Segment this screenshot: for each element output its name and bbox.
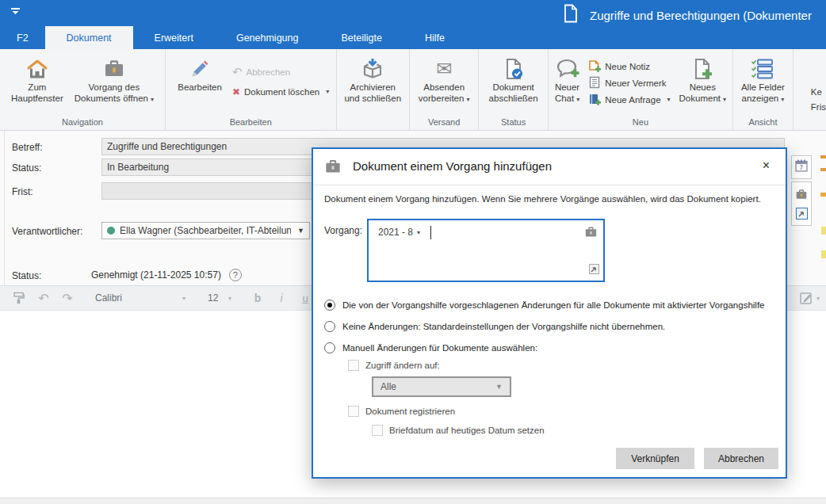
- tab-erweitert[interactable]: Erweitert: [133, 26, 215, 49]
- dropdown-caret-icon: ▾: [151, 96, 154, 103]
- presence-dot-icon: [107, 227, 115, 235]
- redo-button[interactable]: ↷: [55, 291, 79, 306]
- italic-button[interactable]: i: [270, 292, 293, 304]
- tab-f2[interactable]: F2: [0, 26, 45, 49]
- dropdown-caret-icon: ▾: [326, 88, 329, 95]
- font-family-select[interactable]: Calibri▾: [89, 292, 192, 304]
- briefcase-small-icon[interactable]: [795, 189, 808, 204]
- checkbox-icon: [348, 360, 359, 371]
- zum-hauptfenster-button[interactable]: Zum Hauptfenster: [6, 55, 69, 105]
- chat-plus-icon: [556, 56, 579, 82]
- cut-label-frist: Fris: [811, 100, 826, 115]
- undo-button[interactable]: ↶: [32, 291, 55, 306]
- checkbox-briefdatum[interactable]: Briefdatum auf heutiges Datum setzen: [372, 425, 545, 436]
- dokument-abschliessen-button[interactable]: Dokument abschließen: [484, 55, 544, 105]
- group-label-bearbeiten: Bearbeiten: [166, 117, 336, 127]
- archive-box-icon: [361, 56, 384, 82]
- quick-access-menu-icon[interactable]: [10, 6, 23, 15]
- edit-mode-dropdown-button[interactable]: ▾: [799, 291, 820, 305]
- neuer-chat-button[interactable]: Neuer Chat▾: [549, 55, 585, 107]
- neuer-vermerk-button[interactable]: Neuer Vermerk: [588, 74, 670, 91]
- ribbon-group-bearbeiten: Bearbeiten ↶ Abbrechen ✖ Dokument lösche…: [166, 49, 337, 130]
- dokument-loeschen-button[interactable]: ✖ Dokument löschen ▾: [232, 83, 329, 100]
- delete-x-icon: ✖: [232, 86, 240, 97]
- neue-anfrage-button[interactable]: Neue Anfrage ▾: [588, 91, 670, 108]
- group-label-neu: Neu: [549, 117, 732, 127]
- window-title: Zugriffe und Berechtigungen (Dokumenter: [590, 9, 812, 22]
- book-plus-icon: [588, 93, 601, 107]
- ribbon: Zum Hauptfenster Vorgang des Dokuments ö…: [0, 49, 826, 131]
- dropdown-caret-icon: ▾: [466, 96, 469, 103]
- ribbon-group-navigation: Zum Hauptfenster Vorgang des Dokuments ö…: [0, 49, 166, 130]
- svg-text:7: 7: [800, 164, 804, 171]
- format-painter-button[interactable]: [5, 292, 32, 304]
- neue-notiz-button[interactable]: Neue Notiz: [588, 58, 670, 74]
- ribbon-group-versand: ✉ Absenden vorbereiten▾ Versand: [410, 49, 479, 130]
- tab-dokument[interactable]: Dokument: [45, 26, 133, 49]
- radio-keine-aenderungen[interactable]: Keine Änderungen: Standardeinstellungen …: [324, 321, 665, 332]
- bold-button[interactable]: b: [246, 292, 270, 304]
- calendar-picker-button[interactable]: 7: [791, 155, 812, 179]
- cutoff-icon-fragment: [820, 168, 826, 171]
- radio-manuell-auswaehlen[interactable]: Manuell Änderungen für Dokumente auswähl…: [324, 342, 537, 353]
- tab-beteiligte[interactable]: Beteiligte: [319, 26, 403, 49]
- cut-label-kennzeichen: Ke: [811, 85, 826, 100]
- alle-felder-anzeigen-button[interactable]: Alle Felder anzeigen▾: [736, 55, 790, 107]
- checkbox-zugriff-aendern[interactable]: Zugriff ändern auf:: [348, 360, 440, 371]
- radio-icon: [324, 342, 335, 353]
- tab-hilfe[interactable]: Hilfe: [403, 26, 466, 49]
- envelope-icon: ✉: [436, 56, 452, 82]
- window-bottom-strip: [0, 498, 826, 504]
- group-label-status: Status: [479, 117, 547, 127]
- ribbon-group-archiv: Archivieren und schließen: [337, 49, 410, 130]
- vorgang-oeffnen-button[interactable]: Vorgang des Dokuments öffnen▾: [69, 55, 159, 107]
- add-to-case-dialog: Dokument einem Vorgang hinzufügen × Doku…: [312, 147, 787, 479]
- checklist-fields-icon: [751, 56, 774, 82]
- ribbon-group-ansicht: Alle Felder anzeigen▾ Ansicht: [733, 49, 793, 130]
- abbrechen-button[interactable]: Abbrechen: [704, 448, 778, 469]
- group-label-navigation: Navigation: [0, 117, 165, 127]
- frist-label: Frist:: [12, 186, 33, 197]
- vorgang-label: Vorgang:: [324, 225, 362, 236]
- checkbox-icon: [372, 425, 383, 436]
- verknuepfen-button[interactable]: Verknüpfen: [616, 448, 694, 469]
- radio-vorgangshilfe-aenderungen[interactable]: Die von der Vorgangshilfe vorgeschlagene…: [324, 300, 765, 311]
- text-cursor: [430, 226, 431, 239]
- dropdown-caret-icon: ▾: [667, 96, 671, 103]
- title-bar: Zugriffe und Berechtigungen (Dokumenter: [0, 0, 826, 26]
- dropdown-caret-icon: ▼: [495, 383, 503, 391]
- dropdown-caret-icon: ▾: [576, 96, 579, 103]
- neues-dokument-button[interactable]: Neues Dokument▾: [674, 55, 732, 107]
- briefcase-icon: [324, 158, 342, 178]
- checkbox-icon: [348, 406, 359, 417]
- dialog-title: Dokument einem Vorgang hinzufügen: [353, 159, 552, 173]
- cutoff-icon-fragment: [821, 250, 826, 258]
- vorgang-input[interactable]: 2021 - 8▾: [367, 219, 605, 282]
- case-lookup-icon[interactable]: [584, 226, 598, 242]
- open-in-window-icon[interactable]: [796, 208, 808, 220]
- verantwortlicher-field[interactable]: Ella Wagner (Sachbearbeiter, IT-Abteilun…: [101, 222, 310, 239]
- font-size-select[interactable]: 12▾: [201, 292, 238, 304]
- expand-field-icon[interactable]: [589, 263, 599, 277]
- close-icon[interactable]: ×: [758, 157, 774, 174]
- document-plus-icon: [692, 56, 713, 82]
- zugriff-select[interactable]: Alle ▼: [372, 376, 511, 397]
- bearbeiten-button[interactable]: Bearbeiten: [172, 55, 228, 94]
- verantwortlicher-label: Verantwortlicher:: [12, 226, 82, 237]
- absenden-vorbereiten-button[interactable]: ✉ Absenden vorbereiten▾: [413, 55, 476, 107]
- cutoff-icon-fragment: [821, 227, 826, 235]
- archivieren-schliessen-button[interactable]: Archivieren und schließen: [338, 55, 407, 105]
- tab-genehmigung[interactable]: Genehmigung: [215, 26, 320, 49]
- dialog-description: Dokument einem Vorgang hinzufügen. Wenn …: [324, 194, 779, 204]
- dropdown-caret-icon: ▾: [816, 295, 820, 302]
- dropdown-caret-icon: ▼: [297, 227, 304, 235]
- memo-lines-icon: [588, 76, 601, 90]
- pencil-icon: [189, 56, 210, 82]
- group-label-ansicht: Ansicht: [733, 117, 793, 127]
- briefcase-icon: [103, 56, 125, 82]
- help-icon[interactable]: ?: [229, 269, 242, 281]
- checkbox-dokument-registrieren[interactable]: Dokument registrieren: [348, 406, 455, 417]
- case-token[interactable]: 2021 - 8▾: [378, 227, 420, 238]
- dropdown-caret-icon: ▾: [781, 96, 784, 103]
- ribbon-group-cut-off: Ke Fris: [793, 49, 826, 130]
